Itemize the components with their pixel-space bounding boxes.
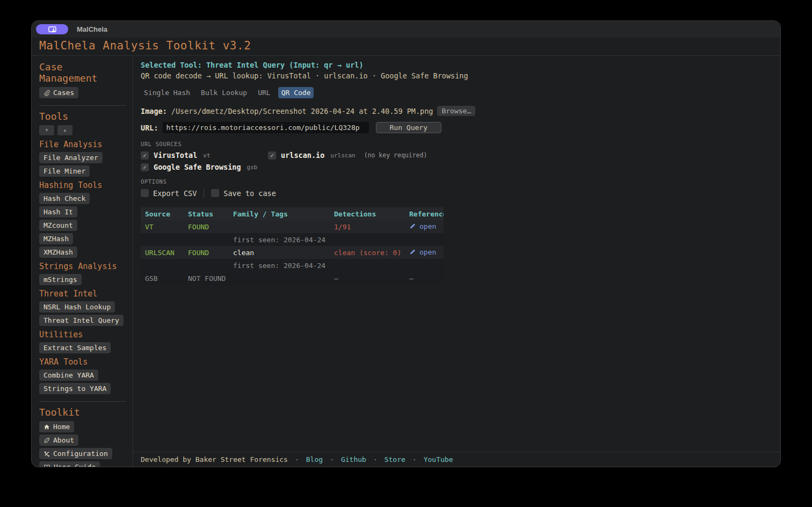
hammer-wrench-icon (44, 451, 50, 457)
open-book-icon (44, 464, 50, 468)
source-virustotal: ✓ VirusTotal vt (141, 151, 268, 160)
urlscan-open-label: open (419, 248, 436, 256)
urlscan-source: URLSCAN (141, 249, 184, 257)
tab-single-hash[interactable]: Single Hash (141, 87, 193, 98)
pen-icon (409, 249, 416, 255)
save-to-case-label: Save to case (223, 189, 276, 198)
vt-detections: 1/91 (330, 223, 405, 231)
tab-bulk-lookup[interactable]: Bulk Lookup (198, 87, 250, 98)
page-title: MalChela Analysis Toolkit v3.2 (39, 39, 773, 52)
toolkit-user-guide-button[interactable]: User Guide (39, 461, 100, 467)
vt-first-seen: first seen: 2026-04-24 (229, 236, 330, 244)
tools-heading: Tools (39, 111, 126, 122)
tool-mzcount[interactable]: MZcount (39, 220, 77, 231)
cases-label: Cases (53, 88, 74, 97)
case-management-heading: Case Management (39, 61, 126, 84)
gsb-detections: — (330, 274, 405, 283)
toolkit-about-button[interactable]: About (39, 434, 78, 446)
tool-mstrings[interactable]: mStrings (39, 274, 82, 285)
export-csv-checkbox[interactable] (141, 189, 149, 197)
tab-url[interactable]: URL (255, 87, 273, 98)
footer-link-blog[interactable]: Blog (306, 455, 323, 463)
tab-qr-code[interactable]: QR Code (278, 87, 314, 98)
urlscan-checkbox[interactable]: ✓ (268, 151, 276, 160)
category-threat-intel: Threat Intel (39, 289, 126, 299)
vt-source: VT (141, 223, 184, 231)
url-input[interactable] (163, 122, 369, 133)
save-to-case-checkbox[interactable] (211, 189, 219, 197)
footer-link-store[interactable]: Store (385, 455, 405, 463)
screen-share-pill[interactable] (36, 24, 68, 34)
sort-ascending-button[interactable]: ▲ (57, 125, 73, 135)
paperclip-icon (44, 90, 50, 96)
footer-link-youtube[interactable]: YouTube (424, 455, 453, 463)
vt-open-link[interactable]: open (409, 222, 436, 230)
options-label: OPTIONS (141, 178, 773, 185)
table-subrow-vt-first-seen: first seen: 2026-04-24 (141, 233, 444, 246)
footer-separator: · (295, 455, 299, 463)
table-row-gsb: GSB NOT FOUND — — (141, 272, 444, 285)
divider (39, 105, 126, 106)
results-table: Source Status Family / Tags Detections R… (141, 207, 444, 285)
category-yara-tools: YARA Tools (39, 357, 126, 367)
vt-status: FOUND (184, 223, 229, 231)
tool-nsrl-hash-lookup[interactable]: NSRL Hash Lookup (39, 301, 115, 313)
virustotal-name: VirusTotal (154, 151, 197, 160)
tool-mzhash[interactable]: MZHash (39, 233, 73, 244)
tool-description-line: QR code decode → URL lookup: VirusTotal … (141, 71, 773, 80)
category-utilities: Utilities (39, 330, 126, 339)
input-mode-tabs: Single Hash Bulk Lookup URL QR Code (141, 87, 773, 98)
tool-extract-samples[interactable]: Extract Samples (39, 342, 111, 353)
export-csv-label: Export CSV (153, 189, 197, 198)
virustotal-checkbox[interactable]: ✓ (141, 151, 149, 160)
footer-credit: Developed by Baker Street Forensics (141, 455, 288, 463)
virustotal-tag: vt (203, 152, 210, 159)
col-status: Status (184, 210, 229, 218)
footer-separator: · (330, 455, 334, 463)
sidebar: Case Management Cases Tools ▼ ▲ File Ana… (32, 56, 133, 467)
tool-combine-yara[interactable]: Combine YARA (39, 370, 98, 381)
app-window: MalChela MalChela Analysis Toolkit v3.2 … (31, 20, 781, 467)
toolkit-configuration-button[interactable]: Configuration (39, 448, 112, 459)
col-reference: Reference (405, 210, 444, 218)
category-file-analysis: File Analysis (39, 140, 126, 149)
gsb-tag: gsb (247, 164, 258, 171)
toolkit-home-button[interactable]: Home (39, 421, 74, 432)
app-name: MalChela (77, 25, 107, 33)
tool-threat-intel-query[interactable]: Threat Intel Query (39, 315, 124, 326)
urlscan-family: clean (229, 249, 330, 257)
options-separator (204, 189, 204, 198)
home-icon (44, 424, 50, 430)
tool-strings-to-yara[interactable]: Strings to YARA (39, 383, 111, 394)
url-sources-label: URL SOURCES (141, 141, 773, 147)
tool-file-analyzer[interactable]: File Analyzer (39, 152, 103, 163)
urlscan-detections: clean (score: 0) (330, 249, 405, 257)
run-query-button[interactable]: Run Query (376, 122, 441, 133)
urlscan-open-link[interactable]: open (409, 248, 436, 256)
source-urlscan: ✓ urlscan.io urlscan (no key required) (268, 151, 427, 160)
cases-button[interactable]: Cases (39, 87, 78, 98)
col-family-tags: Family / Tags (229, 210, 330, 218)
leaf-icon (44, 437, 50, 444)
pen-icon (409, 223, 416, 229)
table-row-urlscan: URLSCAN FOUND clean clean (score: 0) ope… (141, 246, 444, 259)
sort-descending-button[interactable]: ▼ (39, 125, 54, 135)
category-hashing-tools: Hashing Tools (39, 180, 126, 190)
tool-hash-check[interactable]: Hash Check (39, 193, 90, 204)
tool-xmzhash[interactable]: XMZHash (39, 247, 77, 258)
source-gsb: ✓ Google Safe Browsing gsb (141, 163, 257, 171)
gsb-reference: — (405, 274, 444, 283)
table-row-vt: VT FOUND 1/91 open (141, 220, 444, 233)
toolkit-configuration-label: Configuration (53, 449, 108, 458)
footer-separator: · (373, 455, 378, 463)
image-path: /Users/dmetz/Desktop/Screenshot 2026-04-… (171, 107, 433, 115)
toolkit-heading: Toolkit (39, 407, 126, 418)
footer-link-github[interactable]: Github (341, 455, 366, 463)
divider (39, 401, 126, 402)
table-subrow-urlscan-first-seen: first seen: 2026-04-24 (141, 259, 444, 272)
browse-button[interactable]: Browse… (437, 106, 475, 116)
app-header: MalChela Analysis Toolkit v3.2 (32, 38, 780, 56)
gsb-checkbox[interactable]: ✓ (141, 163, 149, 171)
tool-file-miner[interactable]: File Miner (39, 165, 90, 177)
tool-hash-it[interactable]: Hash It (39, 206, 77, 218)
